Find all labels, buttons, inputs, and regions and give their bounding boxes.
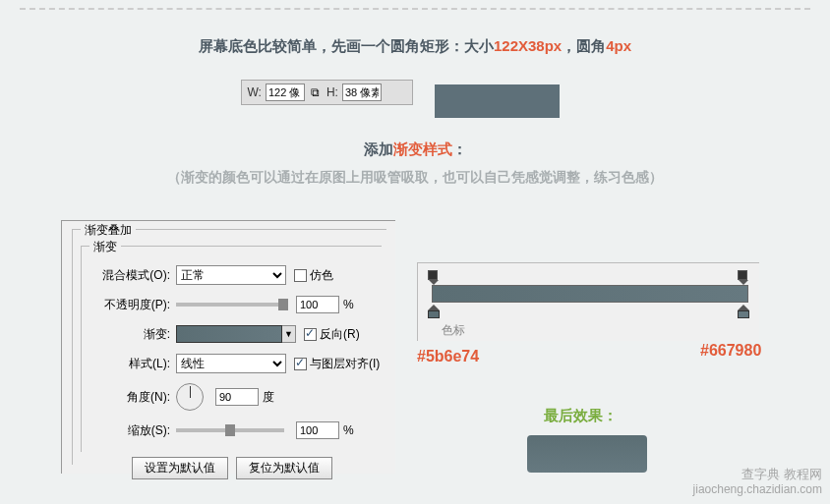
scale-unit: %: [343, 423, 354, 437]
gradient-overlay-panel: 渐变叠加 渐变 混合模式(O): 正常 仿色 不透明度(P): % 渐变:: [61, 220, 395, 474]
opacity-row: 不透明度(P): %: [82, 294, 382, 315]
intro-size: 122X38px: [494, 37, 562, 54]
align-label: 与图层对齐(I): [310, 356, 380, 372]
scale-label: 缩放(S):: [82, 422, 170, 439]
opacity-stop-left[interactable]: [428, 270, 440, 284]
opacity-slider[interactable]: [176, 303, 284, 307]
gradient-row: 渐变: ▼ 反向(R): [82, 323, 382, 345]
blend-label: 混合模式(O):: [82, 267, 170, 284]
color-stop-left[interactable]: [428, 305, 440, 318]
angle-unit: 度: [263, 389, 274, 406]
color-stop-label: 色标: [442, 322, 465, 339]
divider: [20, 8, 810, 10]
watermark: 查字典 教程网 jiaocheng.chazidian.com: [693, 467, 822, 496]
dither-label: 仿色: [310, 267, 333, 284]
reverse-label: 反向(R): [320, 326, 360, 343]
intro-mid: ，圆角: [562, 37, 606, 54]
align-checkbox[interactable]: [294, 358, 307, 370]
final-label: 最后效果：: [544, 407, 618, 425]
scale-slider[interactable]: [176, 428, 284, 432]
step2-highlight: 渐变样式: [393, 140, 452, 157]
opacity-input[interactable]: [296, 296, 339, 313]
intro-radius: 4px: [606, 37, 631, 54]
w-label: W:: [248, 85, 262, 99]
hex-right: #667980: [700, 342, 761, 360]
style-label: 样式(L):: [82, 356, 170, 372]
step2-suffix: ：: [452, 140, 467, 157]
gradient-preview[interactable]: [176, 325, 282, 343]
reverse-checkbox[interactable]: [304, 328, 317, 341]
scale-input[interactable]: [296, 421, 339, 439]
blend-mode-row: 混合模式(O): 正常 仿色: [82, 264, 382, 286]
gradient-editor: 色标: [417, 262, 759, 341]
scale-row: 缩放(S): %: [82, 420, 382, 441]
angle-label: 角度(N):: [82, 389, 170, 406]
style-row: 样式(L): 线性 与图层对齐(I): [82, 353, 382, 374]
link-icon[interactable]: ⧉: [309, 85, 323, 99]
h-label: H:: [326, 85, 338, 99]
angle-dial[interactable]: [176, 383, 204, 411]
hex-left: #5b6e74: [417, 348, 479, 365]
blend-mode-select[interactable]: 正常: [176, 265, 286, 285]
watermark-line2: jiaocheng.chazidian.com: [693, 482, 822, 496]
width-height-bar: W: ⧉ H:: [241, 80, 413, 105]
intro-text: 屏幕底色比较简单，先画一个圆角矩形：大小122X38px，圆角4px: [0, 37, 830, 56]
intro-prefix: 屏幕底色比较简单，先画一个圆角矩形：大小: [199, 37, 494, 54]
step2-prefix: 添加: [364, 140, 393, 157]
color-stop-right[interactable]: [738, 305, 749, 318]
final-result-swatch: [527, 435, 647, 473]
opacity-stop-right[interactable]: [738, 270, 749, 284]
set-default-button[interactable]: 设置为默认值: [132, 457, 228, 479]
gradient-dropdown[interactable]: ▼: [282, 325, 296, 343]
gradient-label: 渐变:: [82, 326, 170, 343]
gradient-track[interactable]: [432, 285, 748, 303]
angle-row: 角度(N): 度: [82, 382, 382, 412]
note-text: （渐变的颜色可以通过在原图上用吸管吸取，也可以自己凭感觉调整，练习色感）: [0, 169, 830, 187]
dither-checkbox[interactable]: [294, 269, 307, 282]
watermark-line1: 查字典 教程网: [693, 467, 822, 482]
opacity-label: 不透明度(P):: [82, 297, 170, 313]
base-color-swatch: [435, 84, 560, 118]
width-input[interactable]: [266, 84, 305, 101]
angle-input[interactable]: [215, 388, 259, 406]
step2-text: 添加渐变样式：: [0, 140, 830, 159]
height-input[interactable]: [342, 84, 382, 101]
panel-subtitle: 渐变: [89, 239, 121, 255]
reset-default-button[interactable]: 复位为默认值: [236, 457, 332, 479]
panel-title: 渐变叠加: [81, 222, 136, 239]
style-select[interactable]: 线性: [176, 354, 286, 373]
opacity-unit: %: [343, 298, 354, 311]
